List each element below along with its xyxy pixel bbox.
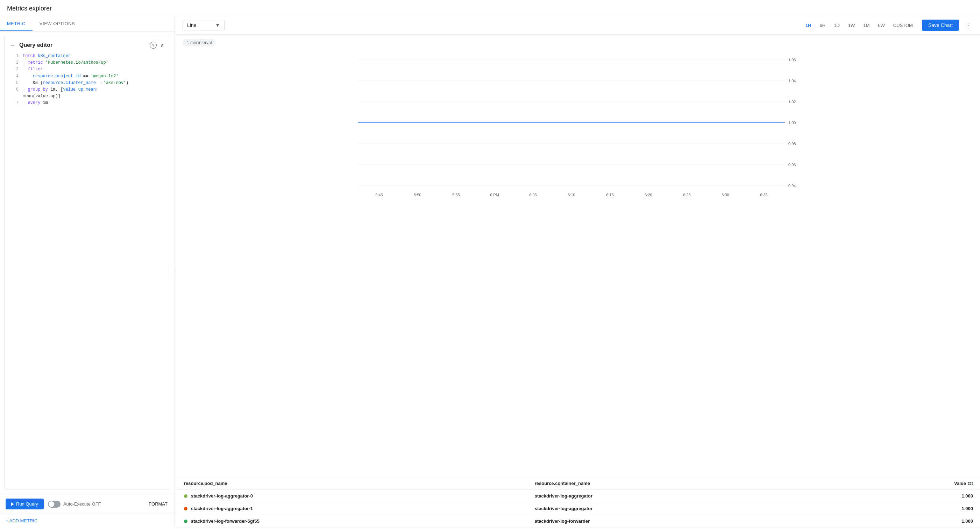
row-value: 1.000 <box>961 506 973 511</box>
chart-type-value: Line <box>187 22 196 28</box>
table-header: resource.pod_name resource.container_nam… <box>177 477 980 490</box>
svg-text:6:35: 6:35 <box>760 193 767 197</box>
row-dot <box>184 494 188 498</box>
col-header-pod: resource.pod_name <box>184 481 535 486</box>
svg-text:0.94: 0.94 <box>788 184 796 188</box>
time-btn-1w[interactable]: 1W <box>845 21 859 30</box>
svg-text:5:50: 5:50 <box>414 193 421 197</box>
svg-text:6:25: 6:25 <box>683 193 690 197</box>
right-panel: Line ▼ 1H 6H 1D 1W 1M 6W CUSTOM Save Cha… <box>177 16 980 527</box>
svg-text:0.98: 0.98 <box>788 142 796 146</box>
left-panel: METRIC VIEW OPTIONS ← Query editor ? ∧ 1… <box>0 16 175 527</box>
row-value: 1.000 <box>961 493 973 499</box>
time-btn-custom[interactable]: CUSTOM <box>890 21 916 30</box>
table-row: stackdriver-log-aggregator-0 stackdriver… <box>177 490 980 502</box>
svg-text:1.00: 1.00 <box>788 121 796 125</box>
svg-text:6:20: 6:20 <box>644 193 652 197</box>
play-icon <box>11 502 14 506</box>
bottom-bar: Run Query Auto-Execute OFF FORMAT <box>0 494 175 514</box>
grid-icon[interactable] <box>968 482 973 485</box>
container-name: stackdriver-log-aggregator <box>535 493 592 499</box>
svg-text:6:10: 6:10 <box>568 193 575 197</box>
toggle-container: Auto-Execute OFF <box>48 501 101 508</box>
data-table: resource.pod_name resource.container_nam… <box>177 477 980 527</box>
run-query-button[interactable]: Run Query <box>6 499 44 510</box>
svg-text:5:45: 5:45 <box>375 193 383 197</box>
auto-execute-toggle[interactable] <box>48 501 60 508</box>
tab-metric[interactable]: METRIC <box>0 16 32 31</box>
pod-name: stackdriver-log-aggregator-0 <box>191 493 253 499</box>
col-header-container: resource.container_name <box>535 481 886 486</box>
svg-text:1.04: 1.04 <box>788 79 796 83</box>
query-editor-header: ← Query editor ? ∧ <box>10 41 164 49</box>
query-editor-panel: ← Query editor ? ∧ 1 fetch k8s_container… <box>4 36 170 490</box>
chart-area: 1 min interval 1.06 1.04 1.02 1.00 <box>177 35 980 477</box>
app-title: Metrics explorer <box>7 5 973 12</box>
time-btn-1h[interactable]: 1H <box>802 21 815 30</box>
col-header-value: Value <box>885 481 973 486</box>
row-value: 1.000 <box>961 518 973 524</box>
app-header: Metrics explorer <box>0 0 980 16</box>
row-dot <box>184 507 188 510</box>
save-chart-button[interactable]: Save Chart <box>922 19 959 31</box>
svg-text:6:30: 6:30 <box>722 193 729 197</box>
collapse-icon[interactable]: ∧ <box>160 42 164 49</box>
time-btn-1m[interactable]: 1M <box>860 21 873 30</box>
pod-name: stackdriver-log-forwarder-5gf55 <box>191 518 259 524</box>
tab-bar: METRIC VIEW OPTIONS <box>0 16 175 32</box>
svg-text:0.96: 0.96 <box>788 163 796 167</box>
table-row: stackdriver-log-aggregator-1 stackdriver… <box>177 502 980 515</box>
time-btn-1d[interactable]: 1D <box>830 21 843 30</box>
chart-toolbar: Line ▼ 1H 6H 1D 1W 1M 6W CUSTOM Save Cha… <box>177 16 980 35</box>
svg-text:6:15: 6:15 <box>606 193 614 197</box>
svg-text:5:55: 5:55 <box>452 193 460 197</box>
svg-text:6:05: 6:05 <box>529 193 536 197</box>
chart-type-select[interactable]: Line ▼ <box>183 20 224 30</box>
container-name: stackdriver-log-forwarder <box>535 518 590 524</box>
back-button[interactable]: ← <box>10 42 16 48</box>
tab-view-options[interactable]: VIEW OPTIONS <box>32 16 82 31</box>
table-row: stackdriver-log-forwarder-5gf55 stackdri… <box>177 515 980 527</box>
format-button[interactable]: FORMAT <box>147 499 169 510</box>
svg-text:6 PM: 6 PM <box>490 193 499 197</box>
container-name: stackdriver-log-aggregator <box>535 506 592 511</box>
add-metric-label: + ADD METRIC <box>6 518 37 523</box>
auto-execute-label: Auto-Execute OFF <box>63 501 101 507</box>
svg-text:1.06: 1.06 <box>788 58 796 62</box>
pod-name: stackdriver-log-aggregator-1 <box>191 506 253 511</box>
add-metric-bar[interactable]: + ADD METRIC <box>0 514 175 527</box>
time-btn-6w[interactable]: 6W <box>874 21 888 30</box>
more-options-button[interactable]: ⋮ <box>962 19 974 31</box>
chart-svg-container: 1.06 1.04 1.02 1.00 0.98 0.96 0.94 5:45 … <box>183 49 974 201</box>
time-range-group: 1H 6H 1D 1W 1M 6W CUSTOM <box>802 21 916 30</box>
row-dot <box>184 519 188 523</box>
dropdown-arrow-icon: ▼ <box>215 22 220 28</box>
code-block: 1 fetch k8s_container 2 | metric 'kubern… <box>10 53 164 107</box>
interval-badge: 1 min interval <box>183 39 216 46</box>
help-icon[interactable]: ? <box>150 41 157 49</box>
main-layout: METRIC VIEW OPTIONS ← Query editor ? ∧ 1… <box>0 16 980 527</box>
svg-text:1.02: 1.02 <box>788 100 796 104</box>
time-btn-6h[interactable]: 6H <box>816 21 829 30</box>
query-editor-title: Query editor <box>19 42 150 48</box>
